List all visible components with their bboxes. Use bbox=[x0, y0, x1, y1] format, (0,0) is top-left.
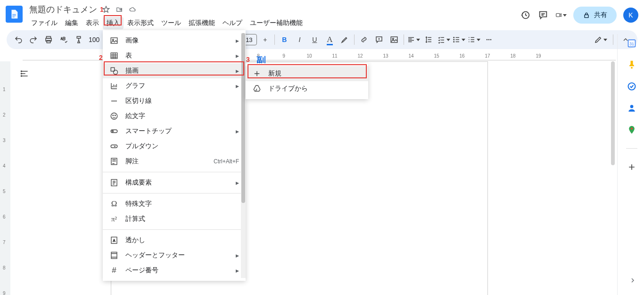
side-panel: 31 bbox=[619, 32, 644, 295]
font-size-plus[interactable]: + bbox=[258, 33, 272, 47]
svg-point-13 bbox=[490, 39, 492, 41]
svg-point-21 bbox=[114, 70, 118, 75]
share-button[interactable]: 共有 bbox=[573, 7, 617, 24]
ruler-tick: 15 bbox=[434, 53, 439, 59]
menu-extensions[interactable]: 拡張機能 bbox=[185, 17, 219, 29]
add-comment-button[interactable] bbox=[372, 33, 386, 47]
calendar-icon[interactable]: 31 bbox=[627, 38, 637, 48]
svg-point-16 bbox=[21, 76, 22, 76]
vertical-ruler[interactable]: 12345678910 bbox=[0, 61, 10, 295]
tasks-icon[interactable] bbox=[627, 81, 637, 92]
numbered-list-button[interactable] bbox=[467, 33, 481, 47]
menu-scrollbar[interactable] bbox=[241, 33, 246, 278]
omega-icon: Ω bbox=[109, 199, 119, 209]
menu-view[interactable]: 表示 bbox=[82, 17, 103, 29]
ruler-tick: 16 bbox=[459, 53, 464, 59]
keep-icon[interactable] bbox=[627, 59, 637, 70]
menu-tools[interactable]: ツール bbox=[157, 17, 185, 29]
history-icon[interactable] bbox=[520, 9, 531, 21]
move-icon[interactable] bbox=[115, 5, 124, 14]
insert-menu-item[interactable]: プルダウン bbox=[103, 139, 246, 154]
hr-icon bbox=[109, 96, 119, 106]
bold-button[interactable]: B bbox=[277, 33, 291, 47]
maps-icon[interactable] bbox=[627, 125, 637, 135]
menu-bar: ファイル 編集 表示 挿入 表示形式 ツール 拡張機能 ヘルプ ユーザー補助機能 bbox=[27, 17, 520, 30]
menu-accessibility[interactable]: ユーザー補助機能 bbox=[246, 17, 306, 29]
get-addons-icon[interactable] bbox=[627, 162, 637, 172]
redo-button[interactable] bbox=[26, 33, 41, 47]
comments-icon[interactable] bbox=[537, 9, 549, 21]
menu-item-label: 表 bbox=[125, 51, 132, 60]
contacts-icon[interactable] bbox=[627, 103, 637, 113]
menu-insert[interactable]: 挿入 bbox=[103, 17, 124, 29]
ruler-tick: 18 bbox=[510, 53, 515, 59]
spellcheck-button[interactable] bbox=[57, 33, 71, 47]
ruler-tick: 1 bbox=[3, 87, 6, 92]
insert-menu-item[interactable]: 脚注Ctrl+Alt+F bbox=[103, 154, 246, 169]
insert-menu-item[interactable]: 区切り線 bbox=[103, 93, 246, 109]
outline-toggle-icon[interactable] bbox=[18, 67, 31, 80]
menu-item-label: 画像 bbox=[125, 36, 139, 45]
insert-menu-item[interactable]: A透かし bbox=[103, 233, 246, 248]
lock-icon bbox=[583, 11, 590, 19]
insert-menu-item[interactable]: π²計算式 bbox=[103, 211, 246, 227]
paint-format-button[interactable] bbox=[72, 33, 86, 47]
menu-edit[interactable]: 編集 bbox=[61, 17, 82, 29]
insert-menu-item[interactable]: Ω特殊文字 bbox=[103, 196, 246, 211]
menu-help[interactable]: ヘルプ bbox=[219, 17, 246, 29]
highlight-button[interactable] bbox=[338, 33, 352, 47]
insert-menu-item[interactable]: スマートチップ▸ bbox=[103, 124, 246, 139]
docs-logo[interactable] bbox=[6, 6, 23, 23]
bullet-list-button[interactable] bbox=[452, 33, 466, 47]
undo-button[interactable] bbox=[11, 33, 25, 47]
zoom-value[interactable]: 100 bbox=[87, 36, 101, 43]
insert-menu-item[interactable]: 構成要素▸ bbox=[103, 175, 246, 190]
ruler-tick: 9 bbox=[3, 291, 6, 295]
image-icon bbox=[109, 36, 119, 45]
underline-button[interactable]: U bbox=[307, 33, 322, 47]
editing-mode-button[interactable] bbox=[594, 33, 608, 47]
submenu-item[interactable]: ドライブから bbox=[246, 81, 368, 96]
checklist-button[interactable] bbox=[437, 33, 451, 47]
document-title[interactable]: 無題のドキュメン bbox=[27, 4, 99, 15]
meet-icon[interactable] bbox=[555, 9, 567, 21]
chevron-right-icon: ▸ bbox=[236, 267, 239, 274]
print-button[interactable] bbox=[41, 33, 56, 47]
cloud-status-icon[interactable] bbox=[128, 5, 137, 14]
submenu-item-label: 新規 bbox=[268, 69, 281, 78]
page-scrollbar[interactable] bbox=[611, 61, 615, 165]
svg-point-37 bbox=[631, 127, 633, 129]
line-spacing-button[interactable] bbox=[421, 33, 436, 47]
chart-icon bbox=[109, 81, 119, 91]
insert-menu-item[interactable]: ヘッダーとフッター▸ bbox=[103, 248, 246, 263]
menu-format[interactable]: 表示形式 bbox=[124, 17, 157, 29]
svg-point-15 bbox=[21, 73, 22, 74]
italic-button[interactable]: I bbox=[292, 33, 306, 47]
insert-menu-item[interactable]: 画像▸ bbox=[103, 33, 246, 48]
text-color-button[interactable]: A bbox=[322, 33, 337, 47]
insert-menu-item[interactable]: #ページ番号▸ bbox=[103, 263, 246, 278]
more-button[interactable] bbox=[482, 33, 496, 47]
chip-icon bbox=[109, 126, 119, 136]
menu-file[interactable]: ファイル bbox=[27, 17, 61, 29]
ruler-tick: 13 bbox=[383, 53, 388, 59]
insert-menu-item[interactable]: 絵文字 bbox=[103, 109, 246, 124]
collapse-sidepanel-icon[interactable] bbox=[629, 277, 636, 286]
hash-icon: # bbox=[109, 266, 119, 275]
chevron-right-icon: ▸ bbox=[236, 82, 239, 90]
insert-menu-item[interactable]: 描画▸ bbox=[103, 63, 246, 78]
ruler-tick: 10 bbox=[306, 53, 312, 59]
svg-rect-1 bbox=[556, 14, 560, 17]
chevron-right-icon: ▸ bbox=[236, 67, 239, 75]
insert-image-button[interactable] bbox=[387, 33, 401, 47]
svg-rect-17 bbox=[111, 38, 117, 43]
svg-point-22 bbox=[111, 113, 117, 119]
insert-link-button[interactable] bbox=[357, 33, 371, 47]
account-avatar[interactable]: K bbox=[623, 8, 638, 23]
ruler-tick: 11 bbox=[332, 53, 337, 59]
insert-menu-item[interactable]: 表▸ bbox=[103, 48, 246, 63]
ruler-tick: 7 bbox=[3, 240, 6, 245]
align-button[interactable] bbox=[406, 33, 421, 47]
insert-menu-item[interactable]: グラフ▸ bbox=[103, 78, 246, 93]
submenu-item[interactable]: 新規 bbox=[246, 66, 368, 81]
